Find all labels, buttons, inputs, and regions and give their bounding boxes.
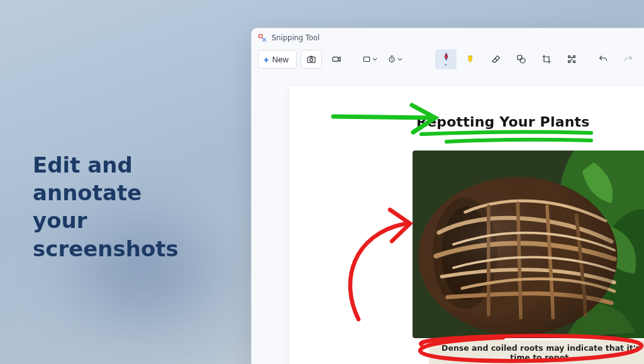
- green-underline-annotation: [421, 132, 591, 142]
- promo-headline-line2: your screenshots: [33, 208, 179, 261]
- app-icon: [258, 33, 267, 42]
- text-extract-icon: [567, 54, 577, 64]
- svg-point-14: [418, 177, 618, 335]
- toolbar: + New: [252, 46, 644, 72]
- chevron-down-icon: [372, 57, 377, 62]
- svg-rect-4: [364, 57, 369, 62]
- shapes-tool-button[interactable]: [511, 50, 532, 69]
- eraser-tool-button[interactable]: [486, 50, 507, 69]
- captured-document: Repotting Your Plants: [289, 86, 644, 364]
- svg-point-2: [309, 59, 313, 62]
- redo-button[interactable]: [618, 50, 639, 69]
- svg-rect-3: [333, 57, 338, 62]
- redo-icon: [623, 54, 633, 64]
- timer-icon: [387, 55, 396, 64]
- shapes-icon: [516, 54, 526, 64]
- camera-icon: [306, 54, 316, 64]
- delay-dropdown[interactable]: [384, 50, 405, 69]
- pen-tool-button[interactable]: ⌄: [435, 49, 457, 69]
- pen-icon: [441, 52, 451, 61]
- editor-canvas[interactable]: Repotting Your Plants: [252, 72, 644, 364]
- svg-rect-0: [259, 35, 262, 38]
- undo-icon: [598, 54, 608, 64]
- highlighter-icon: [466, 54, 476, 64]
- promo-headline: Edit and annotate your screenshots: [33, 151, 234, 263]
- rect-mode-icon: [362, 55, 371, 64]
- new-button[interactable]: + New: [258, 50, 297, 69]
- snipping-tool-window: Snipping Tool + New: [251, 28, 644, 364]
- promo-headline-line1: Edit and annotate: [33, 152, 142, 205]
- svg-rect-1: [308, 57, 315, 63]
- video-mode-button[interactable]: [326, 50, 347, 69]
- document-heading: Repotting Your Plants: [416, 114, 590, 130]
- undo-button[interactable]: [592, 50, 614, 69]
- red-arrow-annotation: [350, 210, 410, 319]
- document-photo: [413, 151, 644, 338]
- highlighter-tool-button[interactable]: [460, 50, 482, 69]
- svg-point-7: [520, 58, 525, 63]
- svg-rect-6: [518, 55, 522, 60]
- plus-icon: +: [264, 55, 269, 64]
- titlebar: Snipping Tool: [252, 28, 644, 46]
- video-icon: [331, 54, 341, 64]
- text-extract-button[interactable]: [561, 50, 582, 69]
- document-caption: Dense and coiled roots may indicate that…: [429, 340, 644, 364]
- eraser-icon: [491, 54, 501, 64]
- snip-mode-dropdown[interactable]: [358, 50, 380, 69]
- chevron-down-icon: ⌄: [443, 61, 448, 67]
- crop-tool-button[interactable]: [536, 50, 557, 69]
- crop-icon: [541, 54, 552, 64]
- camera-mode-button[interactable]: [301, 50, 322, 69]
- new-button-label: New: [272, 55, 289, 64]
- chevron-down-icon: [397, 57, 402, 62]
- app-title: Snipping Tool: [272, 33, 319, 42]
